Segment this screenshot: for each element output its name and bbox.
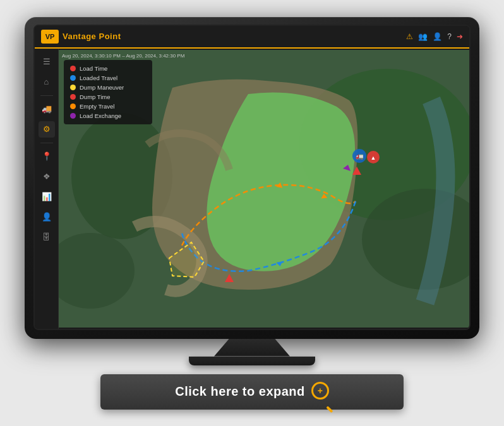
sidebar: ☰ ⌂ 🚚 ⚙ 📍 ❖ 📊 👤 🗄 [35,49,59,329]
legend: Load Time Loaded Travel Dump Maneuver [64,60,152,124]
monitor: VP Vantage Point ⚠ 👥 👤 ? ➜ ☰ [25,17,479,339]
sidebar-home-icon[interactable]: ⌂ [39,74,55,90]
exit-icon[interactable]: ➜ [457,32,463,41]
legend-dot-dump-maneuver [70,85,76,90]
legend-item-loaded-travel: Loaded Travel [70,74,146,81]
sidebar-divider-1 [40,95,53,96]
top-bar: VP Vantage Point ⚠ 👥 👤 ? ➜ [35,26,469,49]
logo-text: VP [45,33,55,40]
legend-item-dump-maneuver: Dump Maneuver [70,84,146,91]
expand-text: Click here to expand [175,384,305,399]
map-area: 🚛 ▲ Aug 20, 2024, 3:30:10 PM – Aug 20, 2… [59,49,469,329]
screen: VP Vantage Point ⚠ 👥 👤 ? ➜ ☰ [35,26,469,329]
sidebar-location-icon[interactable]: 📍 [39,148,55,165]
legend-label-dump-maneuver: Dump Maneuver [80,84,124,91]
legend-dot-load-exchange [70,113,76,119]
sidebar-chart-icon[interactable]: 📊 [39,189,55,205]
svg-text:Aug 20, 2024, 3:30:10 PM – Aug: Aug 20, 2024, 3:30:10 PM – Aug 20, 2024,… [62,53,185,59]
sidebar-people-icon[interactable]: 👤 [39,209,55,225]
legend-item-dump-time: Dump Time [70,93,146,100]
svg-text:▲: ▲ [371,155,376,161]
sidebar-settings-icon[interactable]: ⚙ [39,121,55,138]
help-icon[interactable]: ? [447,32,452,41]
search-circle: + [311,382,329,399]
search-plus: + [318,386,323,395]
person-icon[interactable]: 👤 [433,32,442,41]
legend-item-load-exchange: Load Exchange [70,112,146,119]
legend-label-load-time: Load Time [80,65,107,72]
users-icon[interactable]: 👥 [418,32,428,41]
sidebar-puzzle-icon[interactable]: ❖ [39,169,55,185]
sidebar-database-icon[interactable]: 🗄 [39,229,55,246]
legend-dot-load-time [70,66,76,71]
alert-icon[interactable]: ⚠ [406,32,413,41]
app-title: Vantage Point [63,32,121,41]
legend-label-load-exchange: Load Exchange [80,112,121,119]
expand-bar[interactable]: Click here to expand + [100,374,404,410]
legend-dot-dump-time [70,94,76,100]
monitor-stand [214,339,290,357]
legend-dot-loaded-travel [70,75,76,81]
monitor-base [189,357,315,365]
legend-dot-empty-travel [70,104,76,109]
legend-item-empty-travel: Empty Travel [70,103,146,110]
logo-box: VP [41,30,59,44]
legend-label-empty-travel: Empty Travel [80,103,114,110]
legend-label-loaded-travel: Loaded Travel [80,74,117,81]
legend-item-load-time: Load Time [70,65,146,72]
search-handle [326,406,333,413]
expand-search-icon: + [311,382,329,402]
monitor-bezel: VP Vantage Point ⚠ 👥 👤 ? ➜ ☰ [33,25,471,330]
legend-label-dump-time: Dump Time [80,93,111,100]
sidebar-divider-2 [40,143,53,143]
scene: VP Vantage Point ⚠ 👥 👤 ? ➜ ☰ [0,0,504,426]
svg-text:🚛: 🚛 [356,152,364,160]
sidebar-menu-icon[interactable]: ☰ [39,54,55,70]
sidebar-truck-icon[interactable]: 🚚 [39,101,55,117]
main-area: ☰ ⌂ 🚚 ⚙ 📍 ❖ 📊 👤 🗄 [35,49,469,329]
top-bar-right: ⚠ 👥 👤 ? ➜ [406,32,463,41]
